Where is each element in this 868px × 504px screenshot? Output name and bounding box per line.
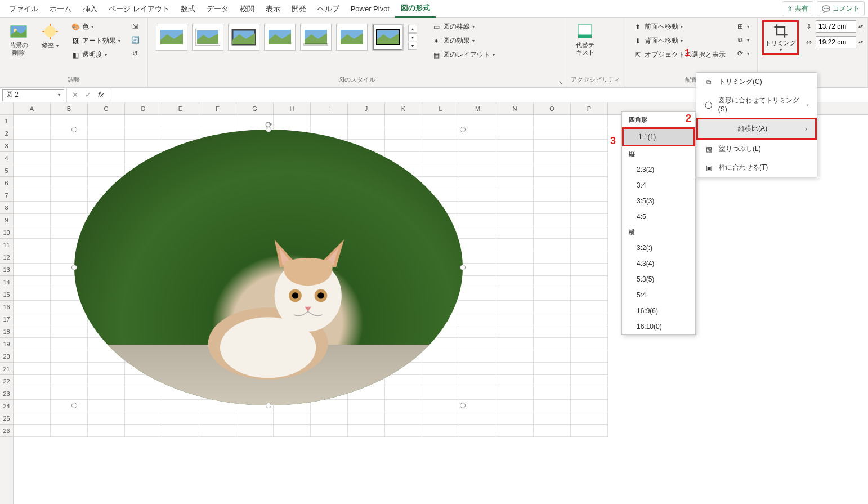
- alt-text-button[interactable]: 代替テ キスト: [571, 20, 599, 59]
- sel-handle-r[interactable]: [460, 265, 466, 270]
- menu-item-fill[interactable]: ▧塗りつぶし(L): [696, 140, 817, 158]
- row-header-25[interactable]: 25: [0, 412, 13, 425]
- tab-formulas[interactable]: 数式: [175, 1, 201, 17]
- color-button[interactable]: 🎨色 ▾: [68, 20, 124, 33]
- tab-picture-format[interactable]: 図の形式: [395, 0, 436, 18]
- aspect-3-5[interactable]: 3:5(3): [622, 193, 695, 209]
- picture-styles-gallery[interactable]: ▴ ▾ ▾: [153, 20, 420, 54]
- sel-handle-br[interactable]: [460, 403, 466, 408]
- artistic-effects-button[interactable]: 🖼アート効果 ▾: [68, 34, 124, 47]
- crop-button[interactable]: トリミング ▾: [762, 20, 799, 55]
- row-header-14[interactable]: 14: [0, 276, 13, 288]
- gallery-more[interactable]: ▾: [408, 42, 417, 50]
- col-header-E[interactable]: E: [162, 102, 199, 114]
- comment-button[interactable]: 💬コメント: [817, 1, 865, 16]
- col-header-I[interactable]: I: [311, 102, 348, 114]
- row-header-1[interactable]: 1: [0, 115, 13, 127]
- aspect-16-9[interactable]: 16:9(6): [622, 303, 695, 319]
- height-input[interactable]: [816, 20, 856, 33]
- row-header-5[interactable]: 5: [0, 164, 13, 177]
- tab-power-pivot[interactable]: Power Pivot: [345, 1, 395, 16]
- styles-dialog-launcher[interactable]: ↘: [557, 78, 565, 86]
- col-header-D[interactable]: D: [125, 102, 162, 114]
- tab-review[interactable]: 校閲: [234, 1, 260, 17]
- row-header-23[interactable]: 23: [0, 387, 13, 400]
- inserted-picture[interactable]: ⟳: [74, 130, 463, 405]
- fx-button[interactable]: fx: [96, 91, 105, 99]
- row-header-8[interactable]: 8: [0, 202, 13, 214]
- gallery-up[interactable]: ▴: [408, 25, 417, 33]
- transparency-button[interactable]: ◧透明度 ▾: [68, 48, 124, 61]
- menu-item-aspect-ratio[interactable]: 縦横比(A)›: [696, 118, 817, 140]
- tab-page-layout[interactable]: ページ レイアウト: [103, 1, 175, 17]
- style-thumb-7[interactable]: [372, 24, 404, 51]
- col-header-G[interactable]: G: [236, 102, 274, 114]
- picture-layout-button[interactable]: ▦図のレイアウト ▾: [428, 48, 498, 61]
- aspect-3-2[interactable]: 3:2(:): [622, 240, 695, 256]
- col-header-N[interactable]: N: [496, 102, 534, 114]
- selection-pane-button[interactable]: ⇱オブジェクトの選択と表示: [630, 48, 729, 61]
- row-header-3[interactable]: 3: [0, 140, 13, 152]
- change-picture-button[interactable]: 🔄: [127, 34, 143, 46]
- col-header-B[interactable]: B: [51, 102, 88, 114]
- col-header-K[interactable]: K: [385, 102, 422, 114]
- col-header-A[interactable]: A: [14, 102, 51, 114]
- compress-button[interactable]: ⇲: [127, 20, 143, 33]
- rotate-button[interactable]: ⟳▾: [732, 47, 753, 60]
- row-header-10[interactable]: 10: [0, 226, 13, 239]
- row-header-18[interactable]: 18: [0, 325, 13, 338]
- row-header-21[interactable]: 21: [0, 363, 13, 375]
- row-header-26[interactable]: 26: [0, 425, 13, 437]
- aspect-5-4[interactable]: 5:4: [622, 287, 695, 303]
- tab-insert[interactable]: 挿入: [77, 1, 103, 17]
- row-header-13[interactable]: 13: [0, 264, 13, 276]
- style-thumb-2[interactable]: [192, 24, 223, 51]
- style-thumb-5[interactable]: [300, 24, 332, 51]
- menu-item-crop[interactable]: ⧉トリミング(C): [696, 73, 817, 91]
- sel-handle-tr[interactable]: [460, 127, 466, 132]
- remove-background-button[interactable]: 背景の 削除: [5, 20, 33, 59]
- row-header-20[interactable]: 20: [0, 350, 13, 363]
- row-header-24[interactable]: 24: [0, 400, 13, 412]
- sel-handle-b[interactable]: [266, 403, 271, 408]
- col-header-H[interactable]: H: [274, 102, 311, 114]
- row-header-17[interactable]: 17: [0, 313, 13, 325]
- tab-developer[interactable]: 開発: [286, 1, 312, 17]
- row-header-22[interactable]: 22: [0, 375, 13, 387]
- aspect-3-4[interactable]: 3:4: [622, 177, 695, 193]
- picture-border-button[interactable]: ▭図の枠線 ▾: [428, 20, 498, 33]
- bring-forward-button[interactable]: ⬆前面へ移動 ▾: [630, 20, 729, 33]
- col-header-L[interactable]: L: [422, 102, 459, 114]
- row-header-6[interactable]: 6: [0, 177, 13, 189]
- gallery-down[interactable]: ▾: [408, 33, 417, 41]
- style-thumb-6[interactable]: [336, 24, 368, 51]
- row-header-2[interactable]: 2: [0, 127, 13, 140]
- reset-picture-button[interactable]: ↺: [127, 47, 143, 60]
- aspect-4-3[interactable]: 4:3(4): [622, 256, 695, 271]
- row-header-9[interactable]: 9: [0, 214, 13, 226]
- tab-data[interactable]: データ: [201, 1, 234, 17]
- row-header-16[interactable]: 16: [0, 301, 13, 313]
- width-input[interactable]: [816, 36, 856, 48]
- corrections-button[interactable]: 修整 ▾: [36, 20, 64, 51]
- sel-handle-tl[interactable]: [71, 127, 77, 132]
- tab-view[interactable]: 表示: [260, 1, 286, 17]
- tab-file[interactable]: ファイル: [3, 1, 44, 17]
- picture-effects-button[interactable]: ✦図の効果 ▾: [428, 34, 498, 47]
- menu-item-crop-to-shape[interactable]: ◯図形に合わせてトリミング(S)›: [696, 91, 817, 118]
- row-header-11[interactable]: 11: [0, 239, 13, 251]
- enter-formula-button[interactable]: ✓: [83, 91, 93, 99]
- share-button[interactable]: ⇧共有: [782, 1, 813, 16]
- name-box[interactable]: 図 2▾: [2, 89, 64, 101]
- col-header-J[interactable]: J: [348, 102, 385, 114]
- row-header-19[interactable]: 19: [0, 338, 13, 350]
- aspect-5-3[interactable]: 5:3(5): [622, 271, 695, 287]
- col-header-F[interactable]: F: [199, 102, 236, 114]
- row-header-4[interactable]: 4: [0, 152, 13, 164]
- menu-item-fit[interactable]: ▣枠に合わせる(T): [696, 158, 817, 177]
- row-header-15[interactable]: 15: [0, 288, 13, 301]
- sel-handle-bl[interactable]: [71, 403, 77, 408]
- cancel-formula-button[interactable]: ✕: [70, 91, 80, 99]
- aspect-4-5[interactable]: 4:5: [622, 209, 695, 225]
- style-thumb-3[interactable]: [228, 24, 259, 51]
